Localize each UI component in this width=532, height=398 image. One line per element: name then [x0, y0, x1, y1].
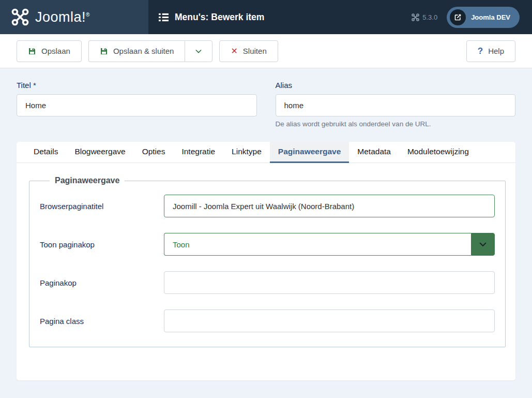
- show-page-heading-label: Toon paginakop: [40, 240, 164, 249]
- registered-mark: ®: [86, 12, 90, 18]
- page-display-fieldset: Paginaweergave Browserpaginatitel Toon p…: [29, 176, 506, 347]
- close-button[interactable]: ✕ Sluiten: [219, 40, 278, 62]
- header-main: Menu's: Bewerk item 5.3.0: [148, 0, 532, 34]
- version-number: 5.3.0: [422, 13, 437, 21]
- page-display-legend: Paginaweergave: [50, 176, 125, 185]
- show-page-heading-row: Toon paginakop Toon: [40, 233, 495, 256]
- tab-content-paginaweergave: Paginaweergave Browserpaginatitel Toon p…: [17, 163, 515, 347]
- alias-help-text: De alias wordt gebruikt als onderdeel va…: [276, 120, 516, 128]
- toolbar: Opslaan Opslaan & sluiten ✕ Sluiten ? He…: [0, 34, 532, 68]
- tab-opties[interactable]: Opties: [134, 142, 174, 163]
- page-heading-label: Paginakop: [40, 278, 164, 287]
- title-field-group: Titel *: [17, 81, 257, 128]
- help-icon: ?: [478, 46, 483, 56]
- list-icon: [159, 12, 169, 22]
- page-heading: Menu's: Bewerk item: [159, 12, 264, 23]
- tab-blogweergave[interactable]: Blogweergave: [66, 142, 133, 163]
- save-close-button[interactable]: Opslaan & sluiten: [88, 40, 185, 62]
- page-heading-control: [164, 271, 495, 294]
- page-class-control: [164, 309, 495, 332]
- tab-paginaweergave[interactable]: Paginaweergave: [270, 142, 349, 163]
- title-label: Titel *: [17, 81, 257, 90]
- external-link-icon: [450, 9, 466, 25]
- alias-input[interactable]: [276, 94, 516, 116]
- save-icon: [28, 47, 36, 55]
- save-options-dropdown-toggle[interactable]: [185, 40, 212, 62]
- browser-page-title-control: [164, 195, 495, 217]
- close-icon: ✕: [231, 46, 237, 56]
- show-page-heading-select[interactable]: Toon: [164, 233, 495, 256]
- close-button-label: Sluiten: [243, 47, 267, 55]
- joomla-version-icon: [412, 13, 419, 21]
- tab-details[interactable]: Details: [25, 142, 66, 163]
- help-button-label: Help: [488, 47, 504, 55]
- tab-integratie[interactable]: Integratie: [173, 142, 223, 163]
- page-class-row: Pagina class: [40, 309, 495, 332]
- browser-page-title-input[interactable]: [164, 195, 495, 217]
- edit-card: Details Blogweergave Opties Integratie L…: [17, 142, 515, 380]
- page-heading-input[interactable]: [164, 271, 495, 294]
- header-right: 5.3.0 Joomla DEV: [412, 7, 520, 28]
- tab-linktype[interactable]: Linktype: [223, 142, 270, 163]
- title-input[interactable]: [17, 94, 257, 116]
- alias-label: Alias: [276, 81, 516, 90]
- chevron-down-icon: [194, 47, 203, 55]
- joomla-logo-icon: [11, 8, 29, 26]
- save-close-button-group: Opslaan & sluiten: [88, 40, 213, 62]
- version-indicator: 5.3.0: [412, 13, 437, 21]
- tab-bar: Details Blogweergave Opties Integratie L…: [17, 142, 515, 163]
- brand-area: Joomla!®: [0, 0, 148, 34]
- title-alias-form: Titel * Alias De alias wordt gebruikt al…: [17, 81, 515, 128]
- chevron-down-icon[interactable]: [471, 233, 495, 256]
- save-close-button-label: Opslaan & sluiten: [113, 47, 174, 55]
- tab-metadata[interactable]: Metadata: [349, 142, 399, 163]
- page-title: Menu's: Bewerk item: [175, 12, 264, 23]
- joomla-dev-button[interactable]: Joomla DEV: [447, 7, 520, 28]
- save-button[interactable]: Opslaan: [17, 40, 82, 62]
- save-button-label: Opslaan: [41, 47, 70, 55]
- page-class-input[interactable]: [164, 309, 495, 332]
- show-page-heading-control: Toon: [164, 233, 495, 256]
- browser-page-title-label: Browserpaginatitel: [40, 202, 164, 211]
- main-content: Titel * Alias De alias wordt gebruikt al…: [0, 68, 532, 380]
- help-button[interactable]: ? Help: [466, 40, 515, 62]
- header: Joomla!® Menu's: Bewerk item 5.3.0: [0, 0, 532, 34]
- page-heading-row: Paginakop: [40, 271, 495, 294]
- brand-wordmark: Joomla!®: [35, 9, 90, 25]
- show-page-heading-selected-value: Toon: [164, 233, 471, 256]
- env-button-label: Joomla DEV: [471, 13, 510, 21]
- save-icon: [100, 47, 108, 55]
- tab-moduletoewijzing[interactable]: Moduletoewijzing: [399, 142, 477, 163]
- alias-field-group: Alias De alias wordt gebruikt als onderd…: [276, 81, 516, 128]
- browser-page-title-row: Browserpaginatitel: [40, 195, 495, 217]
- page-class-label: Pagina class: [40, 317, 164, 326]
